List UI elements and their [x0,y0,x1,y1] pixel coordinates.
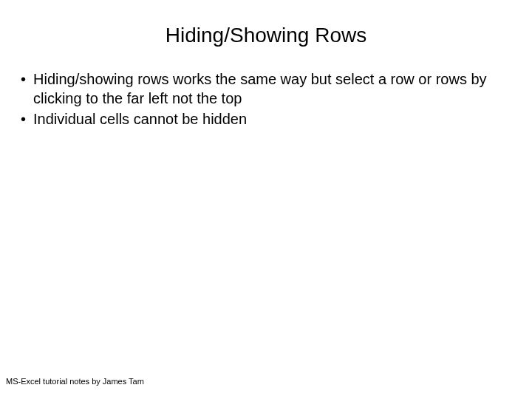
list-item: • Hiding/showing rows works the same way… [21,69,502,108]
bullet-text: Individual cells cannot be hidden [33,109,247,129]
bullet-text: Hiding/showing rows works the same way b… [33,69,502,108]
slide-content: • Hiding/showing rows works the same way… [0,69,532,129]
bullet-marker: • [21,109,26,129]
slide-title: Hiding/Showing Rows [0,0,532,69]
footer-note: MS-Excel tutorial notes by James Tam [6,377,144,386]
list-item: • Individual cells cannot be hidden [21,109,502,129]
bullet-marker: • [21,69,26,89]
